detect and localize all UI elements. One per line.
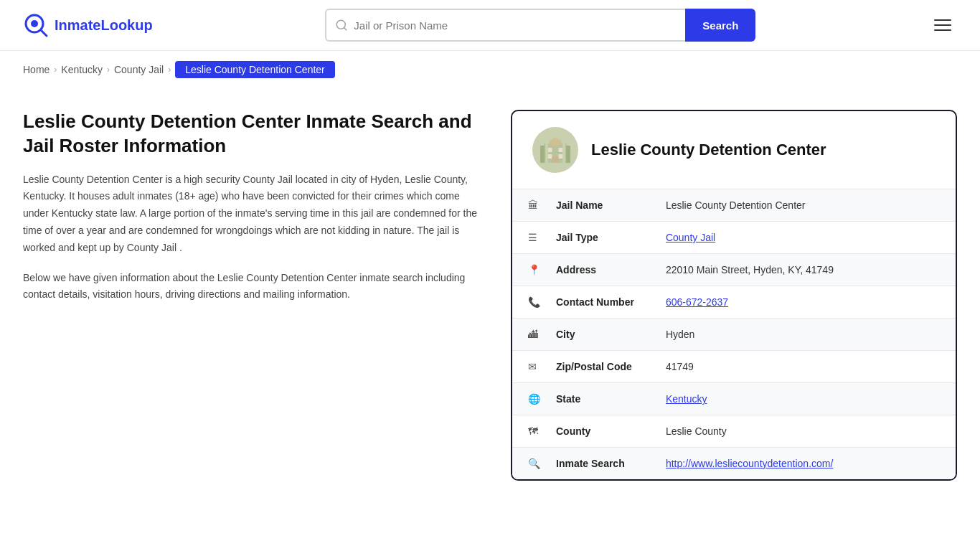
table-row: ☰Jail TypeCounty Jail — [512, 222, 956, 254]
hamburger-line-1 — [934, 19, 951, 21]
hamburger-line-3 — [934, 29, 951, 31]
row-icon: ☰ — [512, 222, 540, 254]
row-label: City — [540, 319, 650, 351]
svg-rect-14 — [563, 141, 565, 163]
breadcrumb-home[interactable]: Home — [23, 64, 50, 75]
row-label: Jail Type — [540, 222, 650, 254]
svg-rect-10 — [548, 154, 552, 159]
row-label: Inmate Search — [540, 448, 650, 480]
svg-rect-6 — [540, 146, 545, 163]
page-description-2: Below we have given information about th… — [23, 270, 482, 304]
svg-rect-7 — [566, 146, 570, 163]
row-label: State — [540, 383, 650, 415]
hamburger-line-2 — [934, 24, 951, 26]
table-row: 📍Address22010 Main Street, Hyden, KY, 41… — [512, 254, 956, 286]
breadcrumb-active: Leslie County Detention Center — [175, 61, 335, 78]
svg-line-2 — [41, 30, 47, 36]
row-value: 41749 — [650, 351, 956, 383]
row-link[interactable]: Kentucky — [666, 393, 707, 405]
breadcrumb: Home › Kentucky › County Jail › Leslie C… — [0, 51, 980, 88]
row-icon: 🗺 — [512, 415, 540, 448]
row-value: http://www.lesliecountydetention.com/ — [650, 448, 956, 480]
left-column: Leslie County Detention Center Inmate Se… — [23, 110, 482, 481]
svg-point-1 — [31, 20, 38, 27]
row-value: Leslie County Detention Center — [650, 189, 956, 222]
row-value: Leslie County — [650, 415, 956, 448]
row-icon: 🏛 — [512, 189, 540, 222]
row-link[interactable]: 606-672-2637 — [666, 296, 728, 308]
row-value: Kentucky — [650, 383, 956, 415]
table-row: 🔍Inmate Searchhttp://www.lesliecountydet… — [512, 448, 956, 480]
card-header: Leslie County Detention Center — [512, 111, 956, 189]
row-icon: 📍 — [512, 254, 540, 286]
row-value: 22010 Main Street, Hyden, KY, 41749 — [650, 254, 956, 286]
row-label: Contact Number — [540, 286, 650, 319]
main-content: Leslie County Detention Center Inmate Se… — [0, 88, 980, 509]
row-icon: ✉ — [512, 351, 540, 383]
logo-icon — [23, 12, 49, 38]
breadcrumb-county-jail[interactable]: County Jail — [114, 64, 164, 75]
svg-rect-13 — [546, 141, 548, 163]
row-icon: 🔍 — [512, 448, 540, 480]
row-label: Zip/Postal Code — [540, 351, 650, 383]
logo-link[interactable]: InmateLookup — [23, 12, 153, 38]
row-value: Hyden — [650, 319, 956, 351]
row-icon: 🌐 — [512, 383, 540, 415]
svg-rect-9 — [559, 148, 563, 152]
search-input[interactable] — [354, 19, 677, 32]
svg-rect-8 — [548, 148, 552, 152]
table-row: 🏙CityHyden — [512, 319, 956, 351]
site-header: InmateLookup Search — [0, 0, 980, 51]
row-value: County Jail — [650, 222, 956, 254]
search-input-wrap — [325, 9, 685, 42]
row-label: Jail Name — [540, 189, 650, 222]
avatar — [532, 127, 578, 173]
row-value: 606-672-2637 — [650, 286, 956, 319]
svg-rect-12 — [552, 156, 559, 163]
breadcrumb-kentucky[interactable]: Kentucky — [61, 64, 103, 75]
table-row: 🗺CountyLeslie County — [512, 415, 956, 448]
row-label: County — [540, 415, 650, 448]
building-icon — [538, 133, 573, 167]
breadcrumb-sep-3: › — [168, 65, 171, 75]
right-column: Leslie County Detention Center 🏛Jail Nam… — [511, 110, 957, 481]
row-link[interactable]: http://www.lesliecountydetention.com/ — [666, 458, 833, 469]
row-icon: 🏙 — [512, 319, 540, 351]
search-bar: Search — [325, 9, 755, 42]
search-icon — [335, 19, 348, 32]
search-button[interactable]: Search — [685, 9, 755, 42]
logo-text: InmateLookup — [55, 17, 153, 34]
svg-rect-11 — [559, 154, 563, 159]
svg-line-4 — [344, 27, 347, 29]
info-table: 🏛Jail NameLeslie County Detention Center… — [512, 189, 956, 479]
svg-rect-16 — [553, 138, 557, 144]
row-link[interactable]: County Jail — [666, 232, 715, 243]
hamburger-button[interactable] — [928, 14, 957, 37]
breadcrumb-sep-1: › — [54, 65, 57, 75]
page-description-1: Leslie County Detention Center is a high… — [23, 171, 482, 257]
table-row: ✉Zip/Postal Code41749 — [512, 351, 956, 383]
table-row: 📞Contact Number606-672-2637 — [512, 286, 956, 319]
table-row: 🏛Jail NameLeslie County Detention Center — [512, 189, 956, 222]
card-title: Leslie County Detention Center — [591, 141, 826, 159]
info-card: Leslie County Detention Center 🏛Jail Nam… — [511, 110, 957, 481]
row-icon: 📞 — [512, 286, 540, 319]
page-title: Leslie County Detention Center Inmate Se… — [23, 110, 482, 159]
row-label: Address — [540, 254, 650, 286]
breadcrumb-sep-2: › — [107, 65, 110, 75]
table-row: 🌐StateKentucky — [512, 383, 956, 415]
